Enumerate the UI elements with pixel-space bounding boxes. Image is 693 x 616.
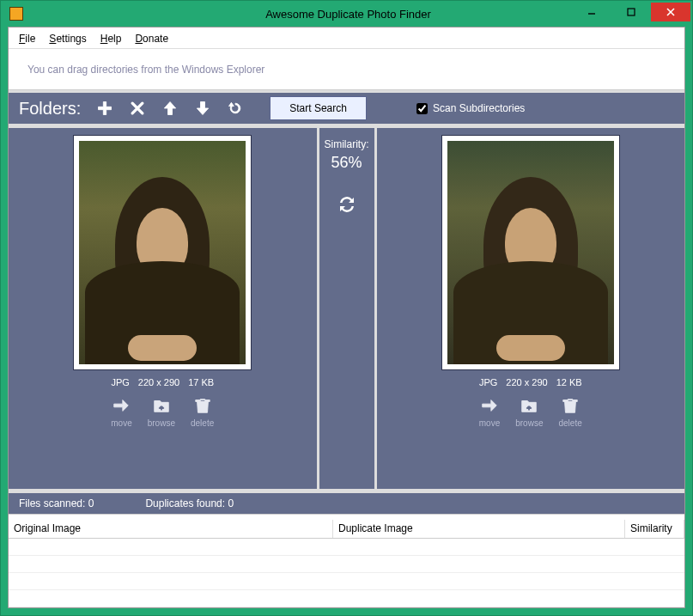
trash-icon [561, 396, 580, 417]
left-image-meta: JPG 220 x 290 17 KB [111, 377, 214, 387]
folders-label: Folders: [19, 99, 81, 119]
svg-rect-1 [628, 9, 635, 15]
drop-area[interactable]: You can drag directories from the Window… [9, 49, 684, 90]
refresh-icon [337, 194, 357, 215]
column-original[interactable]: Original Image [9, 520, 333, 538]
left-size: 17 KB [188, 377, 214, 387]
left-image [79, 141, 246, 364]
right-dimensions: 220 x 290 [506, 377, 547, 387]
left-browse-button[interactable]: browse [148, 396, 175, 428]
column-duplicate[interactable]: Duplicate Image [333, 520, 625, 538]
right-actions: move browse delete [479, 396, 582, 428]
window-controls [572, 3, 690, 21]
left-delete-button[interactable]: delete [191, 396, 214, 428]
arrow-right-icon [112, 396, 131, 417]
table-row [9, 539, 684, 556]
menu-help[interactable]: Help [95, 31, 127, 46]
move-up-button[interactable] [158, 96, 182, 120]
folders-toolbar: Folders: Start Search Scan Subdirectorie… [9, 90, 684, 126]
left-actions: move browse delete [111, 396, 214, 428]
trash-icon [193, 396, 212, 417]
similarity-panel: Similarity: 56% [317, 128, 377, 489]
client-area: File Settings Help Donate You can drag d… [8, 27, 685, 608]
drop-hint: You can drag directories from the Window… [27, 64, 264, 76]
menu-donate[interactable]: Donate [130, 31, 173, 46]
table-row [9, 590, 684, 607]
swap-button[interactable] [337, 194, 357, 217]
right-size: 12 KB [556, 377, 582, 387]
maximize-button[interactable] [611, 3, 651, 21]
right-browse-button[interactable]: browse [515, 396, 543, 428]
right-image [447, 141, 614, 364]
start-search-button[interactable]: Start Search [270, 96, 367, 120]
right-image-frame[interactable] [441, 135, 620, 370]
right-image-meta: JPG 220 x 290 12 KB [479, 377, 582, 387]
minimize-button[interactable] [572, 3, 611, 21]
scan-subdirectories-label: Scan Subdirectories [433, 102, 525, 114]
right-delete-button[interactable]: delete [558, 396, 581, 428]
right-format: JPG [479, 377, 497, 387]
results-list[interactable] [9, 539, 684, 607]
menubar: File Settings Help Donate [9, 27, 684, 49]
column-similarity[interactable]: Similarity [625, 520, 684, 538]
duplicates-found: Duplicates found: 0 [145, 497, 234, 509]
scan-subdirectories-checkbox[interactable]: Scan Subdirectories [416, 102, 525, 114]
similarity-value: 56% [331, 154, 362, 172]
files-scanned: Files scanned: 0 [19, 497, 94, 509]
left-image-frame[interactable] [73, 135, 252, 370]
move-down-button[interactable] [191, 96, 215, 120]
left-dimensions: 220 x 290 [138, 377, 179, 387]
right-move-button[interactable]: move [479, 396, 500, 428]
similarity-label: Similarity: [324, 138, 368, 150]
table-row [9, 573, 684, 590]
results-header: Original Image Duplicate Image Similarit… [9, 520, 684, 539]
reset-button[interactable] [223, 96, 247, 120]
titlebar[interactable]: Awesome Duplicate Photo Finder [1, 1, 692, 27]
close-button[interactable] [651, 3, 690, 21]
app-window: Awesome Duplicate Photo Finder File Sett… [0, 0, 693, 616]
compare-area: JPG 220 x 290 17 KB move browse [9, 126, 684, 491]
menu-settings[interactable]: Settings [44, 31, 91, 46]
add-folder-button[interactable] [93, 96, 117, 120]
folder-up-icon [152, 396, 171, 417]
stats-bar: Files scanned: 0 Duplicates found: 0 [9, 491, 684, 515]
left-format: JPG [111, 377, 129, 387]
left-pane: JPG 220 x 290 17 KB move browse [9, 128, 317, 489]
right-pane: JPG 220 x 290 12 KB move browse [377, 128, 685, 489]
folder-up-icon [520, 396, 538, 417]
remove-folder-button[interactable] [125, 96, 149, 120]
scan-subdirectories-input[interactable] [416, 103, 428, 114]
table-row [9, 556, 684, 573]
arrow-right-icon [480, 396, 499, 417]
left-move-button[interactable]: move [111, 396, 131, 428]
menu-file[interactable]: File [14, 31, 40, 46]
